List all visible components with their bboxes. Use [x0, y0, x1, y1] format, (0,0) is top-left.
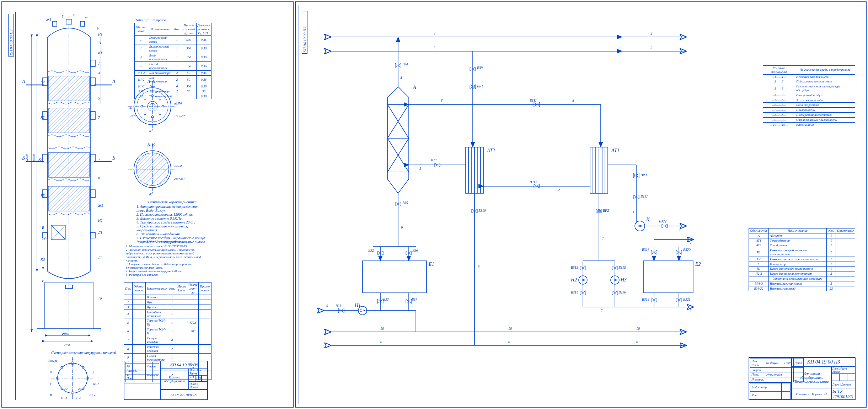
nozzle-table: Обозна- чениеНаименованиеКол.Проход усло… [134, 23, 211, 99]
v-vz7: ВЗ7 [412, 297, 418, 301]
str7a: 7 [602, 236, 604, 240]
sec-B-left: Б [22, 155, 25, 161]
svg-rect-127 [363, 261, 427, 293]
dim-32000: 32000 [25, 154, 28, 162]
v-vz16: ВЗ16 [618, 290, 626, 294]
sec-A-right: А [112, 79, 116, 84]
v-vz19: ВЗ19 [642, 297, 649, 301]
equipment-table: ОбозначениеНаименованиеКол.Примечание АА… [749, 228, 855, 291]
mark-7: 7 [98, 115, 100, 119]
sec-B-right: Б [112, 155, 115, 161]
str4a: 4 [434, 32, 435, 36]
sheet-1-frame: ⌀1800 2200 32000 14250 А А Б Б Ж1 3 Г М … [15, 12, 286, 400]
mark-g: Г [72, 14, 75, 18]
s1-side-code: КП 04 19 00 ПЗ [8, 14, 14, 56]
bm-v: В [50, 371, 52, 374]
mark-e: Е [42, 279, 44, 283]
dim-14250: 14250 [32, 154, 36, 161]
str3: 3 [419, 167, 421, 171]
mark-m: М [84, 16, 88, 20]
mark-9: 9 [97, 27, 98, 31]
tech-req: Технические требования 1. Материал опоры… [126, 240, 208, 276]
bm-l: Л1-2 [89, 393, 95, 397]
mark-k5: К5 [40, 194, 45, 198]
v-vz14: ВЗ14 [571, 290, 578, 294]
mark-12: 12 [42, 236, 45, 240]
s1-title: Колонна абсорбционная [160, 369, 189, 389]
mark-i2: И2 [98, 219, 102, 222]
sheet-2-inner: 4 4 5 5 А ВЗ4 4 ВЗ9 ВР1 ВЗ11 8 8 5 АТ2 В… [299, 5, 863, 404]
aa-60: 60° [149, 130, 154, 133]
v-vp1: ВР1 [477, 84, 483, 88]
str5a: 5 [434, 46, 435, 50]
s1-doc-code: КП 04 19 00 ПЗ [160, 361, 208, 369]
bm-d: Д [92, 371, 95, 374]
lbl-H1: Н1 [354, 303, 361, 308]
bm-45b: 45° [78, 388, 82, 391]
dim-2200: 2200 [64, 344, 70, 347]
v-vz17: ВЗ17 [641, 194, 648, 198]
v-vz1: ВЗ1 [336, 304, 341, 308]
str6: 6 [478, 265, 479, 269]
sheet-1: ⌀1800 2200 32000 14250 А А Б Б Ж1 3 Г М … [1, 1, 294, 408]
s1-org: БГТУ 4291001921 [160, 389, 208, 400]
sheet-1-inner: ⌀1800 2200 32000 14250 А А Б Б Ж1 3 Г М … [5, 5, 290, 404]
mark-k2: К2 [40, 80, 45, 84]
svg-point-52 [144, 113, 146, 115]
v-vz9: ВЗ9 [477, 66, 483, 70]
svg-rect-20 [43, 154, 48, 162]
str4c: 4 [400, 76, 402, 80]
str1b: 1 [633, 210, 634, 214]
str6b: 6 [508, 340, 510, 344]
mark-4: 4 [98, 71, 100, 75]
str8b: 8 [572, 98, 574, 102]
sheet-2-frame: 4 4 5 5 А ВЗ4 4 ВЗ9 ВР1 ВЗ11 8 8 5 АТ2 В… [309, 12, 859, 400]
str6c: 6 [636, 340, 638, 344]
bm-i12: Ж1-2 [92, 383, 99, 386]
v-vz3: ВЗ3 [383, 297, 389, 301]
aa-d114: ⌀114 [129, 106, 135, 109]
title-block-s1: Разраб. Пров. КП 04 19 00 ПЗ Колонна абс… [124, 361, 208, 400]
svg-rect-119 [643, 261, 693, 293]
svg-rect-23 [90, 190, 95, 198]
v-vp2: ВР2 [603, 209, 609, 212]
aa-holes: 114×⌀57 [174, 115, 185, 118]
mark-l2: Л2 [98, 256, 102, 260]
bm-m: М [49, 393, 53, 397]
mark-i1: И1 [98, 32, 102, 36]
str7b: 7 [601, 309, 603, 313]
dim-1800: ⌀1800 [62, 332, 69, 335]
mark-3: 3 [61, 15, 64, 18]
lbl-AT1: АТ1 [611, 148, 620, 153]
lbl-H3: Н3 [620, 277, 627, 282]
mark-zh1: Ж1 [46, 17, 51, 21]
s2-title: Установка абсорбционная. Технологическая… [792, 367, 831, 388]
mark-l1: Л1 [98, 231, 102, 235]
str6a: 6 [380, 340, 382, 344]
v-vz11: ВЗ11 [530, 98, 537, 102]
svg-rect-21 [90, 154, 95, 162]
bm-shtyr: Штыри [47, 359, 58, 362]
svg-rect-29 [80, 21, 85, 26]
sheet-2: 4 4 5 5 А ВЗ4 4 ВЗ9 ВР1 ВЗ11 8 8 5 АТ2 В… [295, 1, 867, 408]
mark-zh2: Ж2 [98, 204, 103, 208]
bm-k: К1-6 [75, 397, 81, 400]
svg-rect-19 [90, 112, 95, 119]
bb-d1570: ⌀1570 [174, 165, 182, 168]
bm-e: Е [49, 383, 52, 386]
mark-11: 11 [98, 41, 101, 45]
svg-rect-27 [53, 21, 57, 26]
lbl-H2: Н2 [570, 277, 577, 282]
str7d: 7 [690, 309, 692, 313]
lbl-A: А [413, 85, 416, 90]
bottom-schema-title: Схема расположения штуцеров и штырей [51, 351, 116, 355]
str10c: 10 [636, 327, 640, 330]
v-vz21: ВЗ21 [683, 297, 691, 301]
sec-A-left: А [22, 79, 25, 84]
str2: 2 [558, 188, 560, 192]
s2-side-code: КП 04 19 00 ПЗ [302, 11, 307, 54]
str9b: 9 [326, 304, 328, 308]
svg-rect-17 [90, 78, 95, 86]
v-vz2: ВЗ2 [368, 248, 374, 252]
svg-rect-26 [90, 60, 95, 66]
